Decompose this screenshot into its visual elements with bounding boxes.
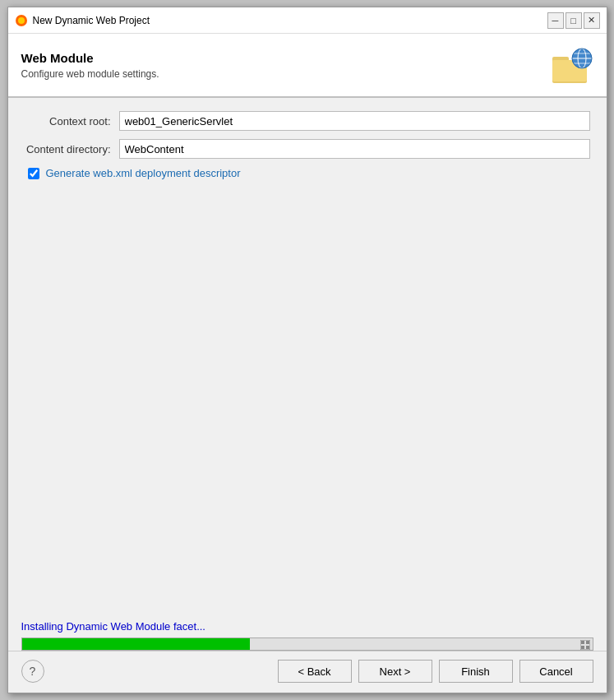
dialog-title: New Dynamic Web Project [33,15,547,26]
svg-rect-13 [586,641,589,644]
header-icon [551,44,593,86]
progress-bar-fill [22,638,251,650]
finish-button[interactable]: Finish [439,660,513,683]
header-area: Web Module Configure web module settings… [8,34,607,98]
back-button[interactable]: < Back [278,660,352,683]
next-button[interactable]: Next > [358,660,432,683]
progress-bar-icon [579,639,591,651]
content-area: Context root: Content directory: Generat… [8,98,607,614]
help-button[interactable]: ? [21,660,44,683]
generate-xml-label[interactable]: Generate web.xml deployment descriptor [46,167,241,179]
svg-rect-14 [581,646,584,649]
bottom-area: Installing Dynamic Web Module facet... [8,614,607,651]
app-icon [15,14,28,27]
progress-bar-container [21,637,593,651]
content-directory-row: Content directory: [25,139,590,159]
title-bar-controls: ─ □ ✕ [547,12,600,29]
header-text: Web Module Configure web module settings… [21,51,551,80]
cancel-button[interactable]: Cancel [519,660,593,683]
checkbox-row: Generate web.xml deployment descriptor [25,167,590,179]
svg-rect-12 [581,641,584,644]
header-title: Web Module [21,51,551,65]
close-button[interactable]: ✕ [584,12,600,29]
title-bar: New Dynamic Web Project ─ □ ✕ [8,7,607,34]
context-root-label: Context root: [25,115,119,127]
content-directory-label: Content directory: [25,143,119,155]
minimize-button[interactable]: ─ [547,12,564,29]
button-row: ? < Back Next > Finish Cancel [8,651,607,693]
status-text: Installing Dynamic Web Module facet... [21,620,593,633]
svg-rect-15 [586,646,589,649]
generate-xml-checkbox[interactable] [28,168,39,179]
header-subtitle: Configure web module settings. [21,68,551,80]
dialog: New Dynamic Web Project ─ □ ✕ Web Module… [7,7,607,693]
context-root-input[interactable] [119,111,590,131]
context-root-row: Context root: [25,111,590,131]
svg-point-1 [18,17,25,24]
content-directory-input[interactable] [119,139,590,159]
maximize-button[interactable]: □ [566,12,582,29]
